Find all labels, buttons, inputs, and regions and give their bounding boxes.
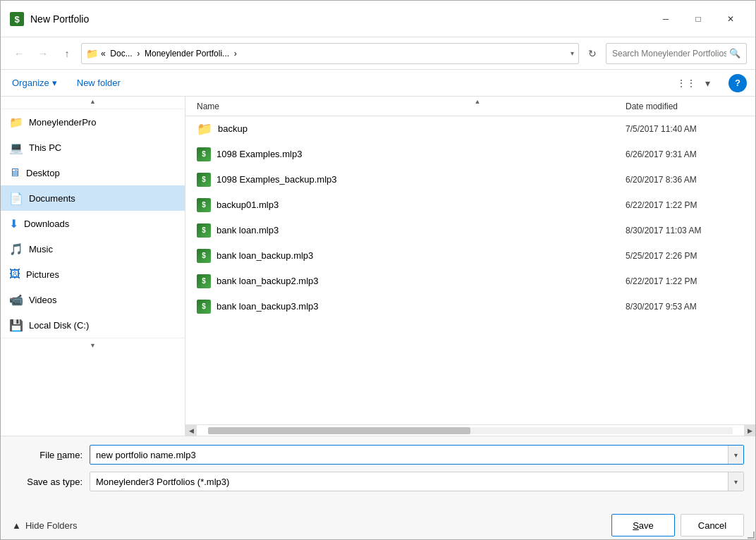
view-buttons: ⋮⋮ ▾ [676, 75, 717, 92]
view-grid-button[interactable]: ⋮⋮ [676, 75, 696, 92]
list-item[interactable]: $ 1098 Examples_backup.mlp3 6/20/2017 8:… [185, 167, 755, 192]
file-item-date: 8/30/2017 9:53 AM [614, 302, 755, 312]
address-text: « Doc... › Moneylender Portfoli... › [101, 49, 568, 59]
column-header-name[interactable]: Name [185, 99, 614, 114]
sidebar: ▲ 📁 MoneylenderPro 💻 This PC 🖥 Desktop 📄… [1, 97, 185, 436]
file-name-row: File name: ▾ [12, 445, 744, 465]
file-item-name: $ bank loan.mlp3 [185, 223, 614, 238]
sidebar-item-videos-label: Videos [29, 295, 57, 305]
videos-icon: 📹 [9, 293, 23, 307]
mlp3-icon: $ [197, 198, 211, 212]
sidebar-item-local-disk-label: Local Disk (C:) [29, 320, 89, 331]
new-folder-button[interactable]: New folder [71, 76, 126, 90]
save-button[interactable]: Save [611, 514, 675, 536]
action-row: ▲ Hide Folders Save Cancel [1, 507, 755, 539]
hide-folders-arrow-icon: ▲ [12, 520, 21, 531]
cancel-button[interactable]: Cancel [681, 514, 744, 536]
list-item[interactable]: $ bank loan_backup.mlp3 5/25/2017 2:26 P… [185, 243, 755, 269]
view-grid-icon: ⋮⋮ [676, 78, 696, 89]
cancel-label: Cancel [698, 520, 726, 531]
sidebar-item-documents-label: Documents [29, 193, 75, 204]
close-button[interactable]: ✕ [714, 8, 747, 30]
scroll-left-arrow[interactable]: ◀ [185, 425, 197, 436]
forward-icon: → [38, 48, 48, 59]
minimize-button[interactable]: ─ [650, 8, 682, 30]
sidebar-item-desktop[interactable]: 🖥 Desktop [1, 160, 185, 185]
file-item-label: 1098 Examples.mlp3 [217, 149, 302, 159]
view-dropdown-button[interactable]: ▾ [697, 75, 717, 92]
this-pc-icon: 💻 [9, 141, 23, 154]
dialog-title: New Portfolio [30, 13, 650, 25]
forward-button[interactable]: → [33, 44, 53, 63]
sidebar-item-pictures[interactable]: 🖼 Pictures [1, 262, 185, 287]
sidebar-item-desktop-label: Desktop [26, 168, 60, 178]
list-item[interactable]: $ backup01.mlp3 6/22/2017 1:22 PM [185, 192, 755, 218]
column-header-date[interactable]: Date modified [614, 99, 755, 114]
dialog-window: $ New Portfolio ─ □ ✕ ← → ↑ 📁 « Doc... ›… [0, 0, 756, 540]
organize-dropdown-icon: ▾ [52, 78, 57, 88]
save-as-type-dropdown-icon: ▾ [734, 478, 738, 486]
maximize-button[interactable]: □ [682, 8, 714, 30]
scroll-thumb [208, 427, 470, 434]
file-name-dropdown-button[interactable]: ▾ [728, 445, 743, 465]
back-button[interactable]: ← [9, 44, 29, 63]
mlp3-icon: $ [197, 249, 211, 263]
search-box[interactable]: 🔍 [606, 43, 747, 64]
new-folder-label: New folder [77, 78, 121, 88]
address-dropdown-icon: ▾ [571, 49, 574, 57]
save-as-type-wrapper: Moneylender3 Portfolios (*.mlp3) ▾ [90, 472, 744, 491]
organize-button[interactable]: Organize ▾ [9, 76, 60, 90]
file-name-input[interactable] [90, 450, 728, 460]
sidebar-item-music[interactable]: 🎵 Music [1, 236, 185, 262]
address-bar[interactable]: 📁 « Doc... › Moneylender Portfoli... › ▾ [81, 43, 579, 64]
sidebar-scroll-up-arrow[interactable]: ▲ [90, 98, 96, 105]
sidebar-item-moneylenderpro[interactable]: 📁 MoneylenderPro [1, 109, 185, 135]
save-label: Save [633, 520, 654, 531]
mlp3-icon: $ [197, 274, 211, 288]
sidebar-scroll-up-area: ▲ [1, 97, 185, 109]
sidebar-scroll-down-arrow[interactable]: ▼ [90, 342, 96, 349]
sidebar-item-downloads[interactable]: ⬇ Downloads [1, 211, 185, 236]
organize-label: Organize [12, 78, 49, 88]
save-as-type-label: Save as type: [12, 477, 90, 487]
save-as-type-dropdown-button[interactable]: ▾ [728, 472, 743, 491]
file-item-name: $ bank loan_backup3.mlp3 [185, 300, 614, 314]
file-item-date: 6/22/2017 1:22 PM [614, 276, 755, 286]
navigation-toolbar: ← → ↑ 📁 « Doc... › Moneylender Portfoli.… [1, 37, 755, 70]
file-list: 📁 backup 7/5/2017 11:40 AM $ 1098 Exampl… [185, 116, 755, 424]
hide-folders-button[interactable]: ▲ Hide Folders [12, 520, 78, 531]
secondary-toolbar: Organize ▾ New folder ⋮⋮ ▾ ? [1, 70, 755, 97]
file-item-date: 6/22/2017 1:22 PM [614, 200, 755, 210]
horizontal-scrollbar: ◀ ▶ [185, 424, 755, 436]
up-button[interactable]: ↑ [57, 44, 77, 63]
scroll-track[interactable] [208, 427, 733, 434]
file-item-date: 6/26/2017 9:31 AM [614, 149, 755, 159]
resize-handle[interactable] [748, 532, 756, 540]
file-list-scroll-up[interactable]: ▲ [470, 97, 484, 106]
file-item-label: bank loan_backup3.mlp3 [217, 301, 319, 312]
sidebar-item-local-disk[interactable]: 💾 Local Disk (C:) [1, 312, 185, 338]
file-item-label: backup [218, 123, 248, 134]
sidebar-scroll-down-area: ▼ [1, 338, 185, 350]
help-button[interactable]: ? [728, 74, 747, 92]
save-as-type-row: Save as type: Moneylender3 Portfolios (*… [12, 472, 744, 491]
list-item[interactable]: 📁 backup 7/5/2017 11:40 AM [185, 116, 755, 142]
refresh-button[interactable]: ↻ [583, 44, 602, 63]
search-input[interactable] [612, 49, 726, 59]
sidebar-item-videos[interactable]: 📹 Videos [1, 287, 185, 312]
sidebar-item-documents[interactable]: 📄 Documents [1, 185, 185, 211]
list-item[interactable]: $ 1098 Examples.mlp3 6/26/2017 9:31 AM [185, 142, 755, 167]
mlp3-icon: $ [197, 223, 211, 238]
mlp3-icon: $ [197, 147, 211, 161]
list-item[interactable]: $ bank loan.mlp3 8/30/2017 11:03 AM [185, 218, 755, 243]
file-item-date: 6/20/2017 8:36 AM [614, 175, 755, 185]
refresh-icon: ↻ [588, 48, 597, 59]
file-item-label: bank loan_backup2.mlp3 [217, 276, 319, 286]
sidebar-item-this-pc-label: This PC [29, 142, 61, 153]
bottom-section: File name: ▾ Save as type: Moneylender3 … [1, 436, 755, 507]
list-item[interactable]: $ bank loan_backup3.mlp3 8/30/2017 9:53 … [185, 294, 755, 319]
list-item[interactable]: $ bank loan_backup2.mlp3 6/22/2017 1:22 … [185, 269, 755, 294]
sidebar-item-this-pc[interactable]: 💻 This PC [1, 135, 185, 160]
scroll-right-arrow[interactable]: ▶ [744, 425, 755, 436]
pictures-icon: 🖼 [9, 268, 20, 281]
